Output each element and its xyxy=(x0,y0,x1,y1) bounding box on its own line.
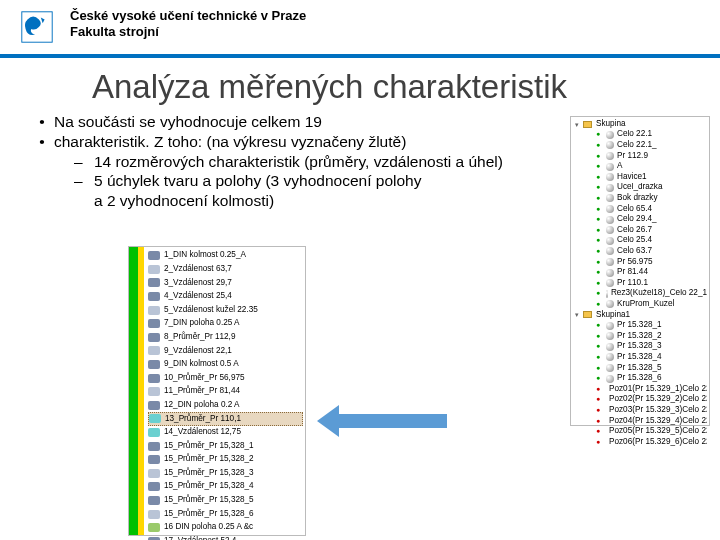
status-sym: ● xyxy=(593,341,603,352)
list-item-label: 13_Průměr_Pr 110,1 xyxy=(165,414,241,425)
list-item[interactable]: 13_Průměr_Pr 110,1 xyxy=(148,412,303,426)
tree-item[interactable]: ●Čelo 65.4 xyxy=(575,204,707,215)
status-ok-icon: ● xyxy=(596,300,600,307)
list-item[interactable]: 17_Vzdálenost 52,4 xyxy=(148,534,303,540)
tree-item[interactable]: ●Poz03(Pr 15.329_3)Čelo 22.1 xyxy=(575,405,707,416)
header-line2: Fakulta strojní xyxy=(70,24,306,40)
tree-item[interactable]: ●Poz05(Pr 15.329_5)Čelo 22.1 xyxy=(575,426,707,437)
status-err-icon: ● xyxy=(596,385,600,392)
feature-icon xyxy=(148,306,160,315)
tree-item[interactable]: ●Pr 112.9 xyxy=(575,151,707,162)
sphere-icon xyxy=(606,269,614,277)
tree-item[interactable]: ●Poz04(Pr 15.329_4)Čelo 22.1 xyxy=(575,416,707,427)
status-ok-icon: ● xyxy=(596,353,600,360)
feature-icon xyxy=(148,401,160,410)
status-sym: ● xyxy=(593,363,603,374)
list-item[interactable]: 4_Vzdálenost 25,4 xyxy=(148,290,303,304)
tree-item-label: Poz06(Pr 15.329_6)Čelo 22.1 xyxy=(609,437,707,448)
sphere-icon xyxy=(606,205,614,213)
tree-item[interactable]: ●KruProm_Kuzel xyxy=(575,299,707,310)
green-status-bar xyxy=(129,247,138,535)
tree-item[interactable]: ●Pr 15.328_5 xyxy=(575,363,707,374)
tree-item[interactable]: ●Poz06(Pr 15.329_6)Čelo 22.1 xyxy=(575,437,707,448)
list-item[interactable]: 7_DIN poloha 0.25 A xyxy=(148,317,303,331)
feature-icon xyxy=(148,360,160,369)
tree-folder[interactable]: ▾Skupina xyxy=(575,119,707,130)
list-item-label: 9_DIN kolmost 0.5 A xyxy=(164,359,239,370)
list-item[interactable]: 10_Průměr_Pr 56,975 xyxy=(148,371,303,385)
tree-item[interactable]: ●Pr 15.328_2 xyxy=(575,331,707,342)
tree-item[interactable]: ●Poz02(Pr 15.329_2)Čelo 22.1 xyxy=(575,394,707,405)
tree-item[interactable]: ●Bok drazky xyxy=(575,193,707,204)
tree-item-label: Ucel_drazka xyxy=(617,183,663,194)
tree-item[interactable]: ●Čelo 29.4_ xyxy=(575,214,707,225)
tree-item[interactable]: ●A xyxy=(575,161,707,172)
tree-item[interactable]: ●Čelo 22.1_ xyxy=(575,140,707,151)
tree-item[interactable]: ●Havice1 xyxy=(575,172,707,183)
list-item[interactable]: 15_Průměr_Pr 15,328_1 xyxy=(148,439,303,453)
list-item[interactable]: 16 DIN poloha 0.25 A &c xyxy=(148,521,303,535)
folder-icon xyxy=(583,311,592,318)
tree-item[interactable]: ●Čelo 25.4 xyxy=(575,236,707,247)
tree-item[interactable]: ●Poz01(Pr 15.329_1)Čelo 22.1 xyxy=(575,384,707,395)
tree-item-label: Skupina1 xyxy=(596,310,630,321)
tree-item[interactable]: ●Pr 81.44 xyxy=(575,267,707,278)
caret-icon: ▾ xyxy=(575,120,583,129)
status-sym: ● xyxy=(593,320,603,331)
header-line1: České vysoké učení technické v Praze xyxy=(70,8,306,24)
tree-item-label: Bok drazky xyxy=(617,193,658,204)
tree-item[interactable]: ●Čelo 22.1 xyxy=(575,130,707,141)
bullet-dot-icon: • xyxy=(30,132,54,152)
list-item[interactable]: 15_Průměr_Pr 15,328_3 xyxy=(148,467,303,481)
tree-item-label: Poz03(Pr 15.329_3)Čelo 22.1 xyxy=(609,405,707,416)
feature-icon xyxy=(148,455,160,464)
list-item[interactable]: 14_Vzdálenost 12,75 xyxy=(148,426,303,440)
list-item[interactable]: 12_DIN poloha 0.2 A xyxy=(148,399,303,413)
feature-icon xyxy=(148,469,160,478)
list-item-label: 15_Průměr_Pr 15,328_4 xyxy=(164,481,254,492)
tree-item-label: Čelo 65.4 xyxy=(617,204,652,215)
folder-icon xyxy=(583,121,592,128)
feature-icon xyxy=(149,414,161,423)
status-sym: ● xyxy=(593,214,603,225)
list-item[interactable]: 15_Průměr_Pr 15,328_4 xyxy=(148,480,303,494)
tree-item[interactable]: ●Pr 15.328_1 xyxy=(575,320,707,331)
tree-item[interactable]: ●Ucel_drazka xyxy=(575,183,707,194)
list-item[interactable]: 15_Průměr_Pr 15,328_5 xyxy=(148,494,303,508)
list-item[interactable]: 1_DIN kolmost 0.25_A xyxy=(148,249,303,263)
list-item-label: 3_Vzdálenost 29,7 xyxy=(164,278,232,289)
tree-item-label: Pr 15.328_5 xyxy=(617,363,662,374)
tree-folder[interactable]: ▾Skupina1 xyxy=(575,310,707,321)
tree-item[interactable]: ●Čelo 63.7 xyxy=(575,246,707,257)
tree-item[interactable]: ●Pr 15.328_3 xyxy=(575,341,707,352)
status-sym: ● xyxy=(593,299,603,310)
list-item[interactable]: 15_Průměr_Pr 15,328_2 xyxy=(148,453,303,467)
sphere-icon xyxy=(606,375,614,383)
subbullet-2b: a 2 vyhodnocení kolmosti) xyxy=(94,192,274,209)
list-item[interactable]: 11_Průměr_Pr 81,44 xyxy=(148,385,303,399)
status-sym: ● xyxy=(593,204,603,215)
status-ok-icon: ● xyxy=(596,268,600,275)
list-item[interactable]: 8_Průměr_Pr 112,9 xyxy=(148,331,303,345)
tree-item[interactable]: ●Pr 15.328_6 xyxy=(575,373,707,384)
highlight-arrow xyxy=(318,405,447,437)
list-item[interactable]: 3_Vzdálenost 29,7 xyxy=(148,276,303,290)
list-item[interactable]: 5_Vzdálenost kužel 22.35 xyxy=(148,303,303,317)
tree-item[interactable]: ●Pr 56.975 xyxy=(575,257,707,268)
tree-item[interactable]: ●Pr 110.1 xyxy=(575,278,707,289)
sphere-icon xyxy=(606,152,614,160)
lion-icon xyxy=(18,8,56,46)
list-item[interactable]: 9_Vzdálenost 22,1 xyxy=(148,344,303,358)
tree-item-label: Skupina xyxy=(596,119,626,130)
list-item[interactable]: 2_Vzdálenost 63,7 xyxy=(148,263,303,277)
characteristics-rows: 1_DIN kolmost 0.25_A2_Vzdálenost 63,73_V… xyxy=(148,249,303,540)
tree-item[interactable]: ●Čelo 26.7 xyxy=(575,225,707,236)
tree-item[interactable]: ●Řez3(Kužel18)_Čelo 22_1 xyxy=(575,289,707,300)
tree-item-label: Pr 15.328_4 xyxy=(617,352,662,363)
sphere-icon xyxy=(606,290,608,298)
status-sym: ● xyxy=(593,373,603,384)
tree-item[interactable]: ●Pr 15.328_4 xyxy=(575,352,707,363)
list-item[interactable]: 9_DIN kolmost 0.5 A xyxy=(148,358,303,372)
list-item[interactable]: 15_Průměr_Pr 15,328_6 xyxy=(148,507,303,521)
status-sym: ● xyxy=(593,172,603,183)
